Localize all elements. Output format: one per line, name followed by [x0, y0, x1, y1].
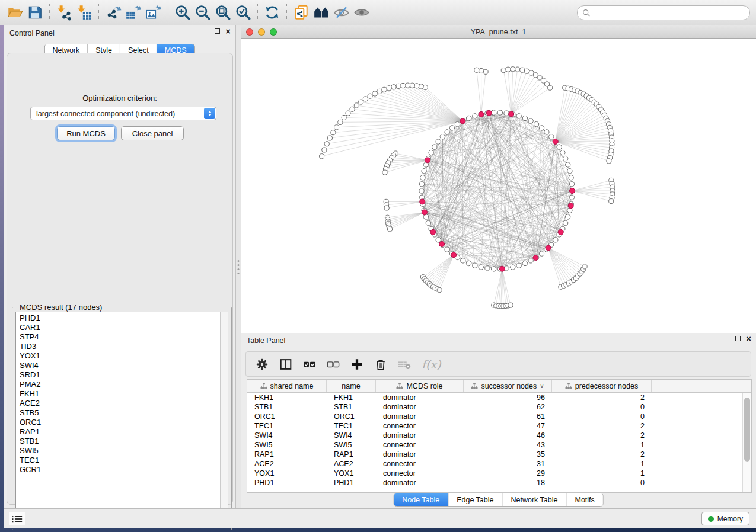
memory-label: Memory [717, 515, 743, 523]
toolbar-separator [49, 4, 50, 21]
close-window-icon[interactable] [246, 28, 253, 36]
save-session-icon[interactable] [25, 2, 45, 23]
table-cell: PHD1 [247, 478, 327, 488]
search-input[interactable] [594, 9, 745, 17]
mcds-result-item[interactable]: CAR1 [16, 323, 219, 332]
table-scrollbar[interactable] [742, 393, 751, 492]
toolbar-separator [257, 4, 258, 21]
optimization-criterion-label: Optimization criterion: [7, 94, 232, 102]
column-header-shared-name[interactable]: shared name [247, 380, 327, 392]
zoom-fit-icon[interactable] [213, 2, 233, 23]
select-all-icon[interactable] [301, 355, 318, 373]
table-cell: SWI5 [327, 440, 376, 450]
column-header-predecessor-nodes[interactable]: predecessor nodes [552, 380, 652, 392]
sort-descending-icon: ∨ [540, 383, 544, 389]
mcds-list-scrollbar[interactable] [220, 312, 228, 526]
fx-function-icon: f(x) [419, 355, 441, 373]
tab-motifs[interactable]: Motifs [566, 493, 602, 506]
toolbar-separator [168, 4, 168, 21]
close-panel-icon[interactable]: × [225, 28, 231, 34]
split-view-icon[interactable] [277, 355, 295, 373]
table-row[interactable]: SWI5SWI5connector431 [247, 440, 751, 450]
mcds-result-item[interactable]: SWI5 [16, 446, 219, 456]
criterion-dropdown[interactable]: largest connected component (undirected) [30, 107, 216, 120]
copy-network-icon[interactable] [291, 2, 311, 23]
dropdown-stepper-icon [204, 108, 215, 119]
float-panel-icon[interactable] [735, 336, 741, 341]
show-all-icon[interactable] [352, 2, 372, 23]
table-row[interactable]: RAP1RAP1dominator352 [247, 450, 751, 459]
mcds-result-item[interactable]: RAP1 [16, 427, 219, 437]
mcds-result-item[interactable]: ORC1 [16, 418, 219, 427]
add-row-icon[interactable] [348, 355, 366, 373]
settings-gear-icon[interactable] [253, 355, 271, 373]
network-graph[interactable] [241, 39, 756, 333]
export-network-icon[interactable] [103, 2, 123, 23]
tab-node-table[interactable]: Node Table [394, 493, 448, 506]
table-row[interactable]: YOX1YOX1connector291 [247, 469, 751, 478]
float-panel-icon[interactable] [215, 28, 220, 34]
mcds-result-item[interactable]: FKH1 [16, 389, 219, 399]
mcds-result-item[interactable]: SRD1 [16, 370, 219, 380]
table-row[interactable]: FKH1FKH1dominator962 [247, 393, 751, 402]
table-row[interactable]: STB1STB1dominator620 [247, 402, 751, 412]
mcds-result-item[interactable]: ACE2 [16, 399, 219, 408]
first-neighbors-icon[interactable] [311, 2, 331, 23]
table-cell: connector [376, 469, 464, 478]
column-type-icon [565, 383, 572, 389]
zoom-selected-icon[interactable] [233, 2, 253, 23]
mcds-result-item[interactable]: PMA2 [16, 380, 219, 389]
column-header-MCDS-role[interactable]: MCDS role [376, 380, 464, 392]
mcds-result-item[interactable]: SWI4 [16, 361, 219, 370]
table-row[interactable]: TEC1TEC1connector472 [247, 421, 751, 431]
table-cell: STB1 [247, 402, 327, 412]
table-panel-title: Table Panel [247, 336, 285, 345]
run-mcds-button[interactable]: Run MCDS [57, 126, 115, 140]
table-row[interactable]: PHD1PHD1dominator180 [247, 478, 751, 488]
column-header-name[interactable]: name [327, 380, 376, 392]
mcds-result-item[interactable]: STB5 [16, 408, 219, 418]
export-image-icon[interactable] [143, 2, 164, 23]
mcds-result-item[interactable]: TID3 [16, 342, 219, 351]
close-panel-icon[interactable]: × [746, 336, 751, 341]
mcds-result-item[interactable]: TEC1 [16, 456, 219, 465]
memory-status-icon [708, 516, 714, 522]
task-history-button[interactable] [9, 512, 25, 525]
tab-edge-table[interactable]: Edge Table [448, 493, 502, 506]
table-cell: STB1 [327, 402, 376, 412]
export-table-icon[interactable] [123, 2, 143, 23]
zoom-out-icon[interactable] [193, 2, 213, 23]
mcds-result-item[interactable]: STB1 [16, 437, 219, 446]
tab-network-table[interactable]: Network Table [503, 493, 567, 506]
column-header-successor-nodes[interactable]: successor nodes∨ [464, 380, 552, 392]
minimize-window-icon[interactable] [258, 28, 265, 36]
mcds-result-item[interactable]: PHD1 [16, 313, 219, 323]
hide-selected-icon[interactable] [331, 2, 352, 23]
search-box[interactable] [577, 5, 750, 20]
table-cell: 2 [552, 393, 652, 402]
mcds-result-item[interactable]: GCR1 [16, 465, 219, 475]
network-window-titlebar: YPA_prune.txt_1 [241, 25, 756, 39]
panel-splitter[interactable] [236, 25, 241, 508]
zoom-window-icon[interactable] [270, 28, 277, 36]
mcds-result-item[interactable]: YOX1 [16, 351, 219, 361]
delete-row-icon[interactable] [372, 355, 390, 373]
table-cell: 2 [552, 450, 652, 459]
network-canvas[interactable] [241, 39, 756, 333]
memory-button[interactable]: Memory [701, 512, 749, 525]
close-panel-button[interactable]: Close panel [121, 126, 184, 140]
clear-selection-icon[interactable] [324, 355, 342, 373]
table-row[interactable]: SWI4SWI4dominator462 [247, 431, 751, 440]
mcds-result-item[interactable]: STP4 [16, 332, 219, 342]
table-scrollbar-thumb[interactable] [744, 398, 750, 462]
node-table-header: shared namenameMCDS rolesuccessor nodes∨… [247, 380, 751, 393]
table-row[interactable]: ACE2ACE2connector311 [247, 459, 751, 469]
import-network-icon[interactable] [54, 2, 74, 23]
import-table-icon[interactable] [74, 2, 94, 23]
table-cell: PHD1 [327, 478, 376, 488]
table-row[interactable]: ORC1ORC1dominator610 [247, 412, 751, 421]
network-window-title: YPA_prune.txt_1 [241, 28, 756, 36]
refresh-icon[interactable] [262, 2, 282, 23]
open-file-icon[interactable] [5, 2, 25, 23]
zoom-in-icon[interactable] [173, 2, 193, 23]
